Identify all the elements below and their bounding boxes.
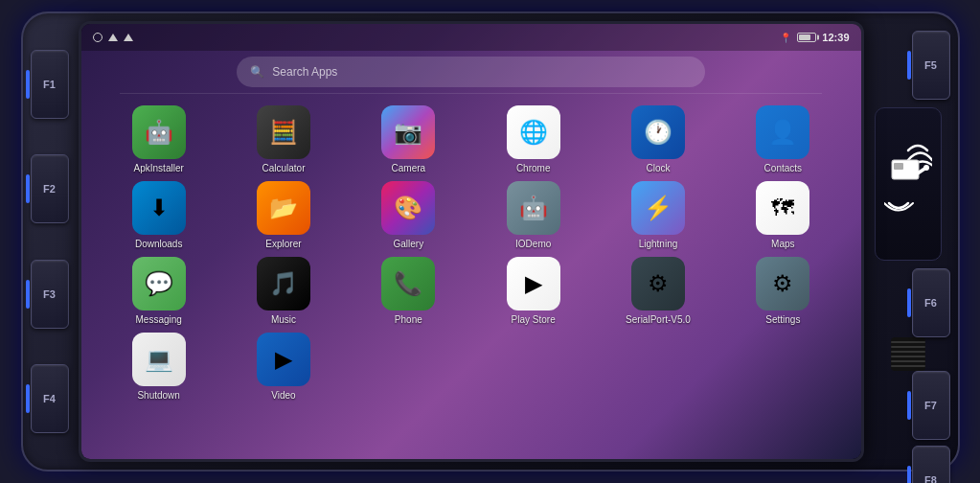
app-icon-playstore: ▶ — [507, 257, 560, 310]
app-icon-shutdown: 💻 — [132, 333, 186, 386]
app-label-playstore: Play Store — [512, 314, 556, 325]
f6-button[interactable]: F6 — [912, 268, 950, 337]
app-grid: 🤖ApkInstaller🧮Calculator📷Camera🌐Chrome🕐C… — [81, 98, 861, 408]
app-label-gallery: Gallery — [393, 239, 423, 249]
app-item-clock[interactable]: 🕐Clock — [600, 105, 717, 173]
card-hand-icon — [884, 146, 932, 194]
app-label-music: Music — [271, 314, 296, 325]
speaker-line-2 — [891, 346, 925, 348]
app-icon-clock: 🕐 — [631, 105, 685, 159]
app-label-apkinstaller: ApkInstaller — [134, 163, 184, 173]
app-item-contacts[interactable]: 👤Contacts — [724, 105, 841, 173]
app-label-iodemo: IODemo — [515, 239, 551, 249]
divider — [120, 93, 822, 94]
app-item-camera[interactable]: 📷Camera — [350, 105, 467, 173]
app-icon-lightning: ⚡ — [631, 181, 685, 235]
nfc-reader — [875, 107, 942, 261]
speaker-line-4 — [891, 356, 925, 357]
app-icon-calculator: 🧮 — [257, 105, 310, 159]
app-icon-explorer: 📂 — [257, 181, 310, 235]
app-item-apkinstaller[interactable]: 🤖ApkInstaller — [101, 105, 217, 173]
search-placeholder: Search Apps — [272, 65, 337, 79]
main-screen: 📍 12:39 🔍 Search Apps 🤖ApkInstaller🧮Calc… — [79, 21, 864, 462]
f7-button[interactable]: F7 — [912, 371, 950, 440]
app-icon-phone: 📞 — [381, 257, 435, 310]
app-label-clock: Clock — [646, 163, 670, 173]
app-icon-music: 🎵 — [257, 257, 310, 310]
app-icon-chrome: 🌐 — [507, 105, 560, 159]
android-screen: 📍 12:39 🔍 Search Apps 🤖ApkInstaller🧮Calc… — [81, 24, 861, 459]
f8-button[interactable]: F8 — [912, 446, 950, 483]
speaker-line-1 — [891, 341, 925, 343]
speaker-line-3 — [891, 351, 925, 353]
speaker-line-5 — [891, 360, 925, 362]
battery-fill — [799, 34, 809, 40]
status-left-icons — [93, 33, 133, 42]
app-label-maps: Maps — [771, 239, 794, 249]
app-item-gallery[interactable]: 🎨Gallery — [350, 181, 467, 249]
wifi-icon — [93, 33, 103, 42]
app-icon-settings: ⚙ — [756, 257, 809, 310]
app-label-shutdown: Shutdown — [137, 390, 179, 401]
app-label-contacts: Contacts — [764, 163, 802, 173]
location-icon: 📍 — [780, 33, 791, 43]
app-item-downloads[interactable]: ⬇Downloads — [101, 181, 217, 249]
app-item-chrome[interactable]: 🌐Chrome — [475, 105, 592, 173]
app-icon-downloads: ⬇ — [132, 181, 186, 235]
app-item-settings[interactable]: ⚙Settings — [724, 257, 841, 325]
notification-icon-2 — [124, 34, 133, 41]
app-item-iodemo[interactable]: 🤖IODemo — [475, 181, 592, 249]
app-label-explorer: Explorer — [265, 239, 301, 249]
app-item-explorer[interactable]: 📂Explorer — [225, 181, 342, 249]
svg-rect-1 — [894, 163, 903, 170]
nfc-symbol — [884, 146, 932, 222]
search-icon: 🔍 — [250, 65, 264, 79]
left-function-buttons: F1 F2 F3 F4 — [31, 40, 77, 443]
app-item-music[interactable]: 🎵Music — [225, 257, 342, 325]
app-label-camera: Camera — [392, 163, 426, 173]
app-icon-contacts: 👤 — [756, 105, 809, 159]
app-label-settings: Settings — [765, 314, 800, 325]
app-label-messaging: Messaging — [135, 314, 181, 325]
app-icon-gallery: 🎨 — [381, 181, 435, 235]
status-bar: 📍 12:39 — [81, 24, 861, 51]
app-label-lightning: Lightning — [639, 239, 678, 249]
app-label-chrome: Chrome — [516, 163, 551, 173]
app-item-lightning[interactable]: ⚡Lightning — [600, 181, 717, 249]
app-icon-camera: 📷 — [381, 105, 435, 159]
nfc-card — [884, 146, 932, 194]
app-item-messaging[interactable]: 💬Messaging — [101, 257, 217, 325]
app-item-video[interactable]: ▶Video — [225, 333, 342, 401]
status-right-area: 📍 12:39 — [780, 32, 849, 43]
f5-button[interactable]: F5 — [912, 31, 950, 100]
app-item-shutdown[interactable]: 💻Shutdown — [101, 333, 217, 401]
app-label-downloads: Downloads — [135, 239, 182, 249]
search-bar[interactable]: 🔍 Search Apps — [237, 57, 704, 87]
f7-f8-buttons: F7 F8 — [912, 371, 950, 483]
app-label-calculator: Calculator — [262, 163, 305, 173]
right-panel: F5 — [866, 31, 950, 452]
app-label-phone: Phone — [395, 314, 422, 325]
app-icon-video: ▶ — [257, 333, 310, 386]
battery-icon — [797, 33, 816, 42]
app-item-calculator[interactable]: 🧮Calculator — [225, 105, 342, 173]
f2-button[interactable]: F2 — [31, 154, 69, 223]
app-icon-iodemo: 🤖 — [507, 181, 560, 235]
time-display: 12:39 — [822, 32, 849, 43]
app-icon-maps: 🗺 — [756, 181, 809, 235]
app-icon-serialport: ⚙ — [631, 257, 685, 310]
f4-button[interactable]: F4 — [31, 364, 69, 433]
svg-point-2 — [923, 165, 929, 171]
app-item-phone[interactable]: 📞Phone — [350, 257, 467, 325]
app-icon-apkinstaller: 🤖 — [132, 105, 186, 159]
app-label-serialport: SerialPort-V5.0 — [626, 314, 691, 325]
speaker-line-6 — [891, 365, 925, 367]
f1-button[interactable]: F1 — [31, 50, 69, 119]
app-icon-messaging: 💬 — [132, 257, 186, 310]
app-item-playstore[interactable]: ▶Play Store — [475, 257, 592, 325]
notification-icon-1 — [108, 34, 118, 41]
app-item-maps[interactable]: 🗺Maps — [724, 181, 841, 249]
device-body: F1 F2 F3 F4 📍 — [21, 12, 960, 472]
f3-button[interactable]: F3 — [31, 260, 69, 329]
app-item-serialport[interactable]: ⚙SerialPort-V5.0 — [600, 257, 717, 325]
